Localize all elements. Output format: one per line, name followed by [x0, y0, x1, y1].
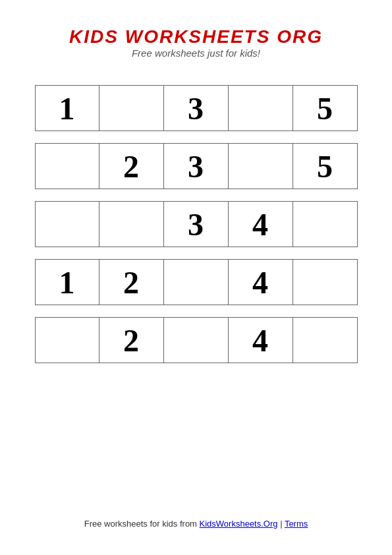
- number-cell-1-1: 2: [99, 143, 164, 189]
- number-cell-0-2: 3: [164, 85, 229, 131]
- number-cell-0-1: [99, 85, 164, 131]
- number-cell-0-0: 1: [35, 85, 99, 131]
- number-row-0: 135: [35, 85, 358, 131]
- number-cell-3-4: [293, 259, 358, 305]
- footer: Free worksheets for kids from KidsWorksh…: [84, 512, 308, 529]
- number-cell-3-3: 4: [229, 259, 293, 305]
- number-cell-1-3: [229, 143, 293, 189]
- number-row-1: 235: [35, 143, 358, 189]
- page: KIDS WORKSHEETS ORG Free worksheets just…: [0, 0, 392, 555]
- number-cell-1-4: 5: [293, 143, 358, 189]
- number-cell-1-2: 3: [164, 143, 229, 189]
- number-cell-2-2: 3: [164, 201, 229, 247]
- site-title: KIDS WORKSHEETS ORG: [69, 26, 323, 47]
- number-cell-2-4: [293, 201, 358, 247]
- number-row-4: 24: [35, 317, 358, 363]
- number-cell-3-1: 2: [99, 259, 164, 305]
- number-cell-4-3: 4: [229, 317, 293, 363]
- number-cell-4-0: [35, 317, 99, 363]
- number-cell-3-0: 1: [35, 259, 99, 305]
- number-cell-2-1: [99, 201, 164, 247]
- header: KIDS WORKSHEETS ORG Free worksheets just…: [69, 26, 323, 59]
- number-cell-4-2: [164, 317, 229, 363]
- number-row-3: 124: [35, 259, 358, 305]
- footer-separator: |: [278, 519, 285, 529]
- site-subtitle: Free worksheets just for kids!: [69, 47, 323, 59]
- terms-link[interactable]: Terms: [285, 519, 308, 529]
- number-cell-0-3: [229, 85, 293, 131]
- footer-link[interactable]: KidsWorksheets.Org: [200, 519, 278, 529]
- number-cell-0-4: 5: [293, 85, 358, 131]
- number-cell-3-2: [164, 259, 229, 305]
- worksheets-area: 1352353412424: [33, 85, 359, 512]
- number-cell-1-0: [35, 143, 99, 189]
- footer-text: Free worksheets for kids from: [84, 519, 200, 529]
- number-cell-2-0: [35, 201, 99, 247]
- number-row-2: 34: [35, 201, 358, 247]
- number-cell-2-3: 4: [229, 201, 293, 247]
- number-cell-4-4: [293, 317, 358, 363]
- number-cell-4-1: 2: [99, 317, 164, 363]
